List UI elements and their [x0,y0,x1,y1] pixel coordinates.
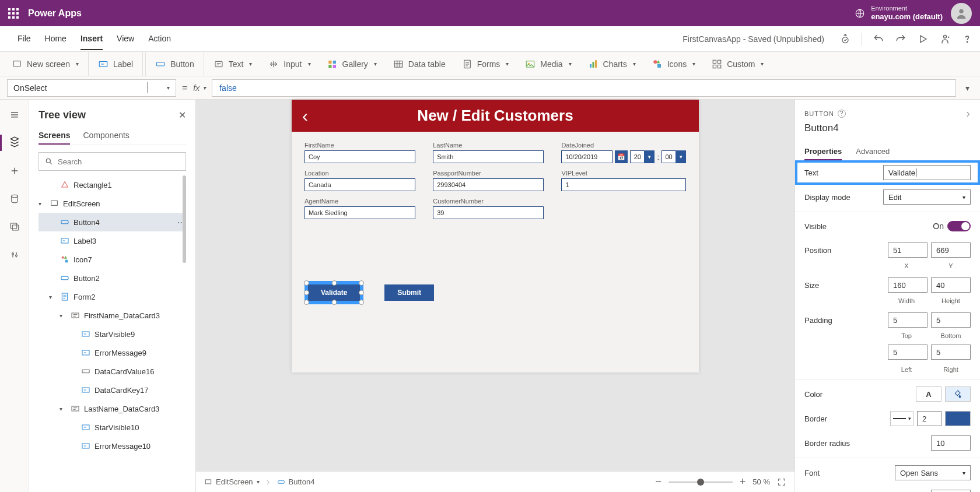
environment-picker[interactable]: Environment enayu.com (default) [855,5,943,22]
validate-button[interactable]: Validate [308,284,360,301]
zoom-slider[interactable] [668,482,733,483]
svg-rect-7 [156,62,164,66]
rail-hamburger-icon[interactable] [8,108,22,122]
share-icon[interactable] [939,33,951,45]
tree-node[interactable]: StarVisible10 [38,418,186,437]
breadcrumb-control[interactable]: Button4 [277,477,315,486]
app-launcher-icon[interactable] [8,8,19,19]
ribbon-label[interactable]: Label [88,52,143,76]
tree-node[interactable]: ▾EditScreen [38,194,186,213]
tab-components[interactable]: Components [83,127,129,145]
menu-view[interactable]: View [117,28,134,50]
font-size-input[interactable]: 15 [931,490,971,492]
menu-file[interactable]: File [18,28,31,50]
undo-icon[interactable] [873,33,884,45]
ribbon-charts[interactable]: Charts▾ [581,52,643,76]
border-color-picker[interactable] [945,411,971,426]
ribbon-text[interactable]: Text▾ [206,52,260,76]
zoom-in-icon[interactable]: + [740,476,746,488]
ribbon-input[interactable]: Input▾ [261,52,317,76]
fx-icon[interactable]: fx▾ [193,83,206,93]
app-canvas[interactable]: ‹ New / Edit Customers FirstNameCoy Last… [292,100,699,372]
play-icon[interactable] [917,33,929,45]
ribbon-icons[interactable]: Icons▾ [645,52,702,76]
avatar[interactable] [951,3,972,24]
border-width-input[interactable]: 2 [917,411,942,426]
tree-search[interactable] [38,152,186,171]
tree-node[interactable]: Button2 [38,269,186,287]
ribbon-custom[interactable]: Custom▾ [705,52,771,76]
redo-icon[interactable] [895,33,907,45]
back-icon[interactable]: ‹ [302,106,308,126]
tree-node[interactable]: StarVisible9 [38,325,186,343]
properties-panel: BUTTON ? › Button4 Properties Advanced T… [794,100,980,492]
submit-button[interactable]: Submit [384,284,434,301]
zoom-out-icon[interactable]: − [655,476,662,488]
expand-panel-icon[interactable]: › [966,107,971,120]
selected-button-wrapper[interactable]: Validate [304,281,363,304]
equals-sign: = [182,83,187,93]
fill-color-picker[interactable] [945,386,971,402]
padding-right-input[interactable]: 5 [931,345,971,360]
tree-node[interactable]: Rectangle1 [38,175,186,194]
label-icon [80,347,91,358]
border-radius-input[interactable]: 10 [931,435,971,451]
ribbon-media[interactable]: Media▾ [518,52,578,76]
tab-advanced[interactable]: Advanced [856,143,890,160]
tree-node[interactable]: DataCardKey17 [38,381,186,399]
tab-screens[interactable]: Screens [38,127,70,145]
tree-node[interactable]: ▾Form2 [38,287,186,306]
position-x-input[interactable]: 51 [888,243,928,258]
font-select[interactable]: Open Sans▾ [895,465,971,480]
tree-node[interactable]: Button4⋯ [38,213,186,231]
ribbon-button[interactable]: Button [145,52,204,76]
size-height-input[interactable]: 40 [931,277,971,293]
tree-scrollbar[interactable] [183,175,186,263]
padding-bottom-input[interactable]: 5 [931,312,971,328]
field-location: LocationCanada [304,168,415,191]
rail-advanced-icon[interactable] [8,248,22,262]
search-input[interactable] [58,157,180,166]
help-icon[interactable] [961,33,973,45]
padding-left-input[interactable]: 5 [888,345,928,360]
ribbon-data-table[interactable]: Data table [386,52,453,76]
text-input[interactable]: Validate [883,165,971,180]
prop-border: Border ▾ 2 [795,406,980,431]
tree-node[interactable]: Icon7 [38,250,186,269]
app-status: FirstCanvasApp - Saved (Unpublished) [682,34,824,44]
tree-node[interactable]: ErrorMessage10 [38,437,186,455]
tree-node[interactable]: ErrorMessage9 [38,343,186,362]
tree-node[interactable]: Label3 [38,231,186,250]
padding-top-input[interactable]: 5 [888,312,928,328]
tree-node[interactable]: ▾LastName_DataCard3 [38,399,186,418]
visible-toggle[interactable] [947,221,971,231]
text-color-picker[interactable]: A [916,386,942,402]
calendar-icon[interactable]: 📅 [615,150,628,163]
display-mode-select[interactable]: Edit▾ [883,189,971,205]
rail-insert-icon[interactable] [8,164,22,178]
app-checker-icon[interactable] [839,33,851,45]
menu-action[interactable]: Action [148,28,171,50]
menu-insert[interactable]: Insert [80,28,103,50]
rail-data-icon[interactable] [8,192,22,206]
position-y-input[interactable]: 669 [931,243,971,258]
size-width-input[interactable]: 160 [888,277,928,293]
tree-node[interactable]: DataCardValue16 [38,362,186,381]
control-name[interactable]: Button4 [804,122,971,134]
formula-expand-icon[interactable]: ▾ [962,83,973,93]
property-selector[interactable]: OnSelect ▾ [7,79,176,97]
ribbon-new-screen[interactable]: New screen▾ [5,52,86,76]
breadcrumb-screen[interactable]: EditScreen ▾ [204,477,260,486]
fit-screen-icon[interactable] [777,477,786,487]
rail-media-icon[interactable] [8,220,22,234]
formula-input[interactable]: false [212,79,956,97]
tab-properties[interactable]: Properties [804,143,842,160]
ribbon-gallery[interactable]: Gallery▾ [320,52,384,76]
border-style-picker[interactable]: ▾ [890,411,914,426]
help-icon[interactable]: ? [838,110,846,118]
close-icon[interactable]: ✕ [178,110,186,121]
ribbon-forms[interactable]: Forms▾ [455,52,516,76]
rail-tree-view-icon[interactable] [8,136,22,150]
menu-home[interactable]: Home [45,28,66,50]
tree-node[interactable]: ▾FirstName_DataCard3 [38,306,186,325]
